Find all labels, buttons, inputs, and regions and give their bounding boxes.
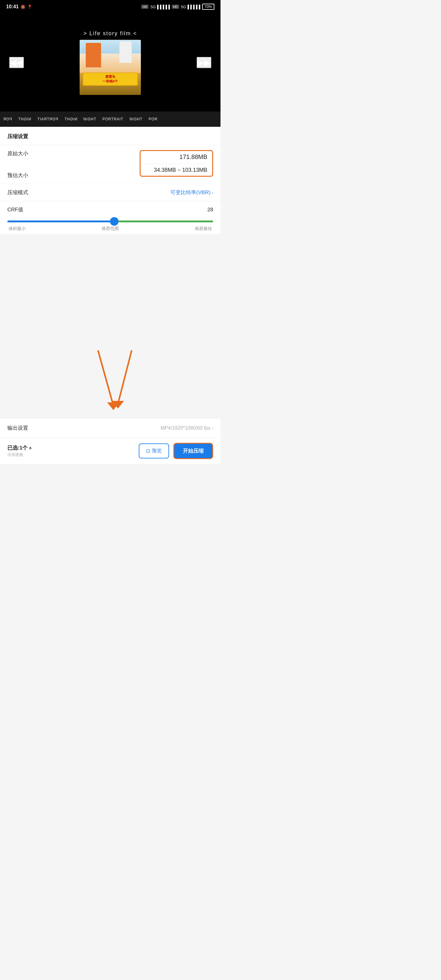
- slider-container: 体积最小 推荐范围 画质最佳: [0, 221, 221, 234]
- signal-2: 5G▐▐▐▐▐: [181, 5, 200, 9]
- settings-area: 压缩设置 原始大小 预估大小 171.88MB 34.38MB ~ 103.13…: [0, 127, 221, 234]
- output-settings-text: MP4/1920*1080/60 fps: [161, 425, 211, 431]
- bottom-action-bar: 已选:1个 ∧ 压缩视频 ⊡ 预览 开始压缩: [0, 438, 221, 464]
- status-time: 10:41 🔕 📍: [6, 4, 32, 10]
- filter-item[interactable]: NIGHT: [18, 117, 31, 121]
- slider-track[interactable]: [7, 221, 213, 222]
- thumbnail-image: 窝窝头一块钱4个: [80, 40, 141, 95]
- compression-mode-row[interactable]: 压缩模式 可变比特率(VBR) ›: [0, 184, 221, 201]
- slider-track-right: [114, 221, 213, 222]
- rewind-button[interactable]: ◀◀: [9, 57, 24, 68]
- video-title: > Life story film <: [83, 30, 137, 37]
- compression-mode-label: 压缩模式: [7, 189, 28, 196]
- preview-icon: ⊡: [146, 448, 150, 454]
- selected-subtitle: 压缩视频: [7, 452, 32, 458]
- forward-button[interactable]: ▶▶: [197, 57, 211, 68]
- crf-row: CRF值 28: [0, 201, 221, 221]
- original-size-label: 原始大小: [7, 150, 28, 157]
- original-size-value: 171.88MB: [145, 153, 207, 164]
- filter-strip: POR NIGHT PORTRAIT NIGHT NIGHT PORTRAIT …: [0, 111, 221, 127]
- compression-mode-chevron: ›: [212, 190, 213, 195]
- compression-mode-text: 可变比特率(VBR): [170, 189, 210, 196]
- slider-track-left: [7, 221, 114, 222]
- output-settings-chevron: ›: [212, 426, 213, 431]
- selected-title[interactable]: 已选:1个 ∧: [7, 444, 32, 452]
- compress-label: 开始压缩: [183, 448, 204, 454]
- estimated-size-label: 预估大小: [7, 172, 28, 179]
- compress-button[interactable]: 开始压缩: [174, 443, 213, 459]
- output-settings-label: 输出设置: [7, 425, 28, 431]
- preview-button[interactable]: ⊡ 预览: [139, 444, 169, 458]
- sign-overlay: 窝窝头一块钱4个: [83, 73, 138, 86]
- status-bar: 10:41 🔕 📍 HD 5G▐▐▐▐▐ HD 5G▐▐▐▐▐ 70%: [0, 0, 221, 13]
- crf-value: 28: [207, 207, 213, 213]
- slider-label-max: 画质最佳: [195, 226, 212, 232]
- chevron-up-icon: ∧: [29, 445, 32, 450]
- filter-item[interactable]: PORTRAIT: [37, 117, 58, 121]
- slider-label-mid: 推荐范围: [102, 226, 119, 232]
- slider-label-min: 体积最小: [9, 226, 26, 232]
- svg-line-2: [118, 350, 132, 404]
- action-buttons: ⊡ 预览 开始压缩: [139, 443, 213, 459]
- output-settings-row[interactable]: 输出设置 MP4/1920*1080/60 fps ›: [0, 418, 221, 438]
- size-box: 171.88MB 34.38MB ~ 103.13MB: [140, 150, 213, 177]
- preview-label: 预览: [152, 448, 162, 454]
- svg-line-0: [98, 350, 113, 406]
- video-thumbnail: 窝窝头一块钱4个: [80, 40, 141, 95]
- output-settings-value[interactable]: MP4/1920*1080/60 fps ›: [161, 425, 213, 431]
- filter-item[interactable]: PORTRAIT: [103, 117, 123, 121]
- selected-count: 已选:1个: [7, 444, 27, 452]
- selected-info[interactable]: 已选:1个 ∧ 压缩视频: [7, 444, 32, 458]
- filter-item-active[interactable]: NIGHT: [83, 117, 96, 121]
- video-player: > Life story film < ◀◀ 窝窝头一块钱4个 ▶▶: [0, 13, 221, 111]
- filter-item[interactable]: POR: [148, 117, 158, 121]
- mute-icon: 🔕: [21, 5, 25, 9]
- arrow-annotation: [0, 332, 221, 418]
- location-icon: 📍: [27, 5, 32, 9]
- sign-text: 窝窝头一块钱4个: [103, 75, 118, 83]
- signal-1: 5G▐▐▐▐▐: [150, 5, 170, 9]
- hd-badge-2: HD: [172, 5, 179, 9]
- estimated-size-value: 34.38MB ~ 103.13MB: [145, 167, 207, 173]
- hd-badge-1: HD: [141, 5, 148, 9]
- crf-label: CRF值: [7, 206, 23, 213]
- time-display: 10:41: [6, 4, 19, 10]
- filter-item[interactable]: POR: [3, 117, 12, 121]
- filter-item[interactable]: NIGHT: [129, 117, 142, 121]
- compression-mode-value[interactable]: 可变比特率(VBR) ›: [170, 189, 213, 196]
- size-row: 原始大小 预估大小 171.88MB 34.38MB ~ 103.13MB: [0, 145, 221, 184]
- section-title: 压缩设置: [0, 127, 221, 145]
- status-right: HD 5G▐▐▐▐▐ HD 5G▐▐▐▐▐ 70%: [141, 4, 214, 10]
- slider-labels: 体积最小 推荐范围 画质最佳: [7, 226, 213, 232]
- annotation-arrows: [70, 344, 150, 418]
- empty-space: [0, 234, 221, 332]
- slider-thumb[interactable]: [110, 217, 118, 226]
- battery-icon: 70%: [202, 4, 214, 10]
- filter-item[interactable]: NIGHT: [64, 117, 77, 121]
- size-labels: 原始大小 预估大小: [7, 150, 28, 179]
